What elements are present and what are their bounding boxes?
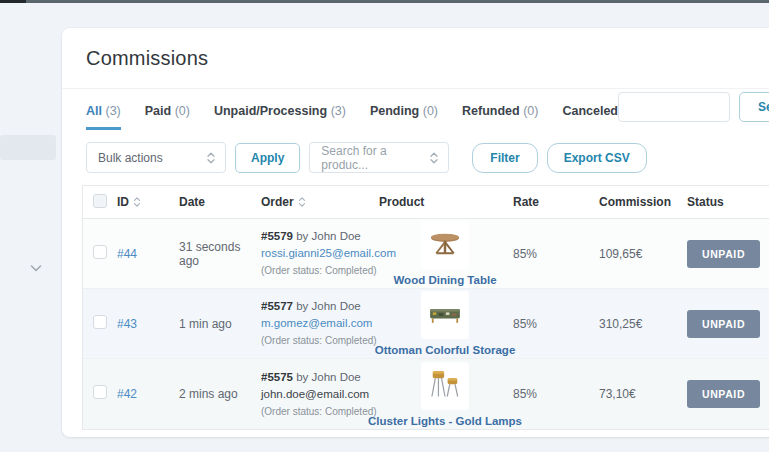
select-all-checkbox[interactable]	[93, 194, 107, 208]
commission-cell: 73,10€	[599, 387, 687, 401]
tab-unpaid-processing[interactable]: Unpaid/Processing (3)	[214, 104, 346, 130]
search-button[interactable]: Search	[739, 92, 769, 122]
column-header-order[interactable]: Order	[261, 195, 379, 209]
commission-cell: 310,25€	[599, 317, 687, 331]
table-row: #42 2 mins ago #5575 by John Doe john.do…	[83, 359, 769, 429]
customer-email[interactable]: rossi.gianni25@email.com	[261, 245, 379, 262]
commission-id-link[interactable]: #44	[117, 247, 137, 261]
toolbar: Bulk actions Apply Search for a produc..…	[62, 129, 769, 173]
date-cell: 1 min ago	[179, 317, 261, 331]
column-header-rate: Rate	[511, 195, 599, 209]
card-header: Commissions	[62, 28, 769, 89]
table-row: #44 31 seconds ago #5579 by John Doe ros…	[83, 219, 769, 289]
admin-top-bar-dark-segment	[0, 0, 26, 3]
status-badge: UNPAID	[687, 380, 760, 408]
product-filter-placeholder: Search for a produc...	[321, 144, 423, 172]
product-name-link[interactable]: Ottoman Colorful Storage	[375, 344, 516, 356]
export-csv-button[interactable]: Export CSV	[547, 143, 647, 173]
bulk-actions-label: Bulk actions	[98, 151, 163, 165]
status-badge: UNPAID	[687, 310, 760, 338]
tab-all[interactable]: All (3)	[86, 104, 121, 130]
chevron-down-icon[interactable]	[28, 260, 44, 276]
tab-pending[interactable]: Pending (0)	[370, 104, 438, 130]
status-badge: UNPAID	[687, 240, 760, 268]
order-number: #5577	[261, 300, 293, 312]
order-number: #5575	[261, 371, 293, 383]
tab-paid[interactable]: Paid (0)	[145, 104, 190, 130]
order-status-note: (Order status: Completed)	[261, 403, 379, 420]
product-cell: Wood Dining Table	[379, 221, 511, 286]
order-number: #5579	[261, 230, 293, 242]
column-header-status: Status	[687, 195, 769, 209]
order-cell: #5577 by John Doe m.gomez@email.com (Ord…	[261, 298, 379, 349]
apply-button[interactable]: Apply	[235, 143, 300, 173]
filter-button[interactable]: Filter	[472, 143, 537, 173]
order-by: by John Doe	[293, 300, 361, 312]
tab-refunded[interactable]: Refunded (0)	[462, 104, 538, 130]
column-header-date[interactable]: Date	[179, 195, 261, 209]
row-checkbox[interactable]	[93, 245, 107, 259]
product-name-link[interactable]: Cluster Lights - Gold Lamps	[368, 415, 522, 427]
commission-id-link[interactable]: #43	[117, 317, 137, 331]
rate-cell: 85%	[511, 387, 599, 401]
product-thumb[interactable]	[421, 362, 469, 410]
column-header-id[interactable]: ID	[117, 195, 179, 209]
sort-updown-icon	[298, 196, 306, 208]
table-row: #43 1 min ago #5577 by John Doe m.gomez@…	[83, 289, 769, 359]
row-checkbox[interactable]	[93, 315, 107, 329]
rate-cell: 85%	[511, 247, 599, 261]
wood-dining-table-image	[424, 224, 466, 266]
order-cell: #5579 by John Doe rossi.gianni25@email.c…	[261, 228, 379, 279]
sidebar-collapsed-item[interactable]	[0, 135, 56, 160]
rate-cell: 85%	[511, 317, 599, 331]
page-title: Commissions	[86, 47, 766, 70]
order-status-note: (Order status: Completed)	[261, 262, 379, 279]
row-checkbox[interactable]	[93, 385, 107, 399]
product-cell: Ottoman Colorful Storage	[379, 291, 511, 356]
product-thumb[interactable]	[421, 221, 469, 269]
commissions-card: Commissions All (3)Paid (0)Unpaid/Proces…	[62, 28, 769, 437]
product-thumb[interactable]	[421, 291, 469, 339]
search-input[interactable]	[618, 92, 730, 122]
tabs-band: All (3)Paid (0)Unpaid/Processing (3)Pend…	[62, 89, 769, 129]
commissions-table: ID Date Order Product Rate Commi	[82, 185, 769, 430]
order-by: by John Doe	[293, 371, 361, 383]
product-filter-select[interactable]: Search for a produc...	[309, 142, 449, 173]
search-group: Search	[618, 92, 769, 122]
admin-top-bar	[0, 0, 769, 3]
sort-updown-icon	[133, 196, 141, 208]
bulk-actions-select[interactable]: Bulk actions	[86, 142, 226, 173]
table-body: #44 31 seconds ago #5579 by John Doe ros…	[83, 219, 769, 429]
column-header-product: Product	[379, 195, 511, 209]
column-header-commission: Commission	[599, 195, 687, 209]
commission-cell: 109,65€	[599, 247, 687, 261]
product-name-link[interactable]: Wood Dining Table	[393, 274, 496, 286]
order-by: by John Doe	[293, 230, 361, 242]
chevron-updown-icon	[206, 151, 216, 165]
cluster-lights-gold-lamps-image	[424, 365, 466, 407]
customer-email[interactable]: john.doe@email.com	[261, 386, 379, 403]
commission-id-link[interactable]: #42	[117, 387, 137, 401]
chevron-updown-icon	[429, 151, 439, 165]
ottoman-colorful-storage-image	[424, 294, 466, 336]
table-header-row: ID Date Order Product Rate Commi	[83, 186, 769, 219]
product-cell: Cluster Lights - Gold Lamps	[379, 362, 511, 427]
date-cell: 31 seconds ago	[179, 240, 261, 268]
customer-email[interactable]: m.gomez@email.com	[261, 315, 379, 332]
order-status-note: (Order status: Completed)	[261, 332, 379, 349]
order-cell: #5575 by John Doe john.doe@email.com (Or…	[261, 369, 379, 420]
date-cell: 2 mins ago	[179, 387, 261, 401]
